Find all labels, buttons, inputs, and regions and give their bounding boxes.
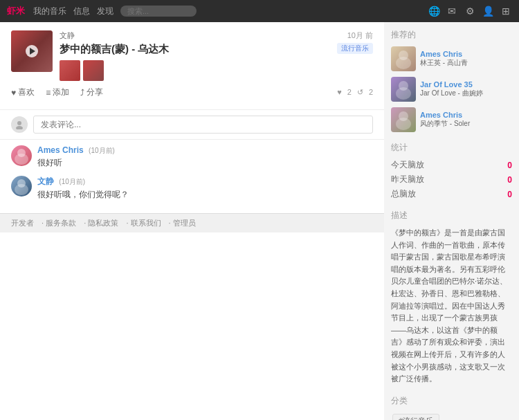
nav-info[interactable]: 信息 — [73, 6, 90, 17]
avatar-image-1 — [11, 176, 32, 197]
suggest-item-1[interactable]: Jar Of Love 35 Jar Of Love - 曲婉婷 — [391, 77, 512, 102]
suggest-info-1: Jar Of Love 35 Jar Of Love - 曲婉婷 — [420, 80, 483, 98]
desc-title: 描述 — [391, 210, 512, 221]
svg-point-5 — [17, 179, 26, 188]
stat-label-0: 今天脑放 — [391, 159, 424, 171]
stats-section: 统计 今天脑放 0 昨天脑放 0 总脑放 0 — [391, 142, 512, 200]
heart-icon-small: ♥ — [337, 88, 342, 97]
suggest-img-0 — [391, 46, 416, 71]
stat-label-1: 昨天脑放 — [391, 174, 424, 185]
play-button[interactable] — [26, 45, 38, 57]
search-input[interactable] — [120, 6, 197, 17]
svg-point-14 — [399, 111, 408, 121]
share-button[interactable]: ⤴ 分享 — [80, 86, 103, 98]
stat-value-2: 0 — [507, 190, 512, 199]
share-label: 分享 — [86, 86, 103, 98]
suggest-info-2: Ames Chris 风的季节 - Soler — [420, 111, 470, 129]
thumb-small-2[interactable] — [83, 60, 104, 81]
post-meta-right: 10月 前 流行音乐 — [337, 30, 373, 54]
suggest-name-1: Jar Of Love 35 — [420, 80, 483, 89]
comment-text-input[interactable] — [33, 116, 373, 134]
comment-item-1: 文静 (10月前) 很好听哦，你们觉得呢？ — [11, 176, 373, 201]
comments-section: Ames Chris (10月前) 很好听 文静 (10月前) 很好听哦，你们觉… — [0, 140, 384, 213]
action-bar: ♥ 喜欢 ≡ 添加 ⤴ 分享 ♥ 2 ↺ 2 — [11, 86, 373, 101]
suggest-song-2: 风的季节 - Soler — [420, 119, 470, 129]
stat-row-2: 总脑放 0 — [391, 188, 512, 200]
comment-body-0: Ames Chris (10月前) 很好听 — [37, 145, 373, 169]
post-author: 文静 — [60, 30, 337, 41]
category-title: 分类 — [391, 395, 512, 407]
tag-section: 分类 #流行音乐 — [391, 395, 512, 420]
comment-author-0[interactable]: Ames Chris — [37, 145, 84, 155]
left-content: 文静 梦中的额吉(蒙) - 乌达木 10月 前 流行音乐 ♥ 喜欢 — [0, 22, 384, 420]
desc-section: 描述 《梦中的额吉》是一首是由蒙古国人作词、作曲的一首歌曲，原本传唱于蒙古国，蒙… — [391, 210, 512, 385]
globe-icon[interactable]: 🌐 — [428, 5, 440, 17]
like-button[interactable]: ♥ 喜欢 — [11, 86, 35, 98]
thumb-row — [60, 60, 337, 81]
suggest-item-0[interactable]: Ames Chris 林王英 - 高山青 — [391, 46, 512, 71]
nav-my-music[interactable]: 我的音乐 — [33, 6, 66, 17]
svg-point-1 — [16, 126, 23, 129]
stat-value-1: 0 — [507, 175, 512, 185]
nav-links: 我的音乐 信息 发现 — [33, 6, 113, 17]
tag-popular[interactable]: #流行音乐 — [392, 414, 439, 420]
suggest-info-0: Ames Chris 林王英 - 高山青 — [420, 50, 468, 68]
play-triangle-icon — [30, 48, 35, 55]
apps-icon[interactable]: ⊞ — [500, 5, 512, 17]
add-label: 添加 — [53, 86, 69, 98]
main-container: 文静 梦中的额吉(蒙) - 乌达木 10月 前 流行音乐 ♥ 喜欢 — [0, 22, 519, 420]
suggestions-section: 推荐的 Ames Chris 林王英 - 高山青 — [391, 29, 512, 132]
svg-point-11 — [399, 81, 408, 91]
avatar-image-0 — [11, 145, 32, 166]
suggest-song-0: 林王英 - 高山青 — [420, 58, 468, 68]
svg-point-3 — [17, 149, 26, 157]
post-info: 文静 梦中的额吉(蒙) - 乌达木 — [60, 30, 337, 81]
suggest-name-2: Ames Chris — [420, 111, 470, 119]
logo[interactable]: 虾米 — [7, 5, 25, 17]
svg-point-8 — [399, 51, 408, 60]
footer-contact[interactable]: 联系我们 — [131, 219, 161, 227]
likes-count: 2 — [347, 88, 352, 97]
add-button[interactable]: ≡ 添加 — [46, 86, 69, 98]
settings-icon[interactable]: ⚙ — [464, 5, 476, 17]
svg-point-0 — [17, 121, 21, 125]
post-card: 文静 梦中的额吉(蒙) - 乌达木 10月 前 流行音乐 ♥ 喜欢 — [0, 22, 384, 110]
stat-row-0: 今天脑放 0 — [391, 159, 512, 171]
comment-body-1: 文静 (10月前) 很好听哦，你们觉得呢？ — [37, 176, 373, 201]
suggest-avatar-1 — [391, 77, 416, 102]
share-icon: ⤴ — [80, 88, 84, 98]
footer-terms[interactable]: 服务条款 — [46, 219, 76, 227]
stats-title: 统计 — [391, 142, 512, 154]
stat-row-1: 昨天脑放 0 — [391, 174, 512, 185]
reposts-count: 2 — [369, 88, 373, 97]
footer-privacy[interactable]: 隐私政策 — [88, 219, 118, 227]
suggest-item-2[interactable]: Ames Chris 风的季节 - Soler — [391, 107, 512, 132]
suggest-song-1: Jar Of Love - 曲婉婷 — [420, 89, 483, 98]
like-count-area: ♥ 2 ↺ 2 — [337, 88, 373, 97]
suggest-title: 推荐的 — [391, 29, 512, 41]
current-user-avatar — [11, 116, 28, 133]
commenter-avatar-0 — [11, 145, 32, 166]
user-avatar-icon — [15, 120, 24, 129]
desc-text: 《梦中的额吉》是一首是由蒙古国人作词、作曲的一首歌曲，原本传唱于蒙古国，蒙古国歌… — [391, 227, 512, 385]
nav-discover[interactable]: 发现 — [97, 6, 113, 17]
like-label: 喜欢 — [18, 86, 35, 98]
stat-value-0: 0 — [507, 161, 512, 170]
footer-dev[interactable]: 开发者 — [11, 219, 34, 227]
comment-item: Ames Chris (10月前) 很好听 — [11, 145, 373, 169]
user-icon[interactable]: 👤 — [482, 5, 494, 17]
post-tag[interactable]: 流行音乐 — [337, 43, 373, 54]
footer-admin[interactable]: 管理员 — [173, 219, 196, 227]
comment-text-1: 很好听哦，你们觉得呢？ — [37, 189, 373, 201]
thumb-small-1[interactable] — [60, 60, 80, 81]
post-title: 梦中的额吉(蒙) - 乌达木 — [60, 43, 337, 56]
suggest-name-0: Ames Chris — [420, 50, 468, 58]
comment-author-1[interactable]: 文静 — [37, 176, 54, 186]
mail-icon[interactable]: ✉ — [446, 5, 458, 17]
suggest-avatar-2 — [391, 107, 416, 132]
comment-time-1: (10月前) — [59, 178, 85, 185]
repost-icon: ↺ — [357, 88, 363, 97]
comment-input-area — [0, 110, 384, 140]
post-thumbnail[interactable] — [11, 30, 53, 72]
comment-time-0: (10月前) — [89, 147, 115, 154]
